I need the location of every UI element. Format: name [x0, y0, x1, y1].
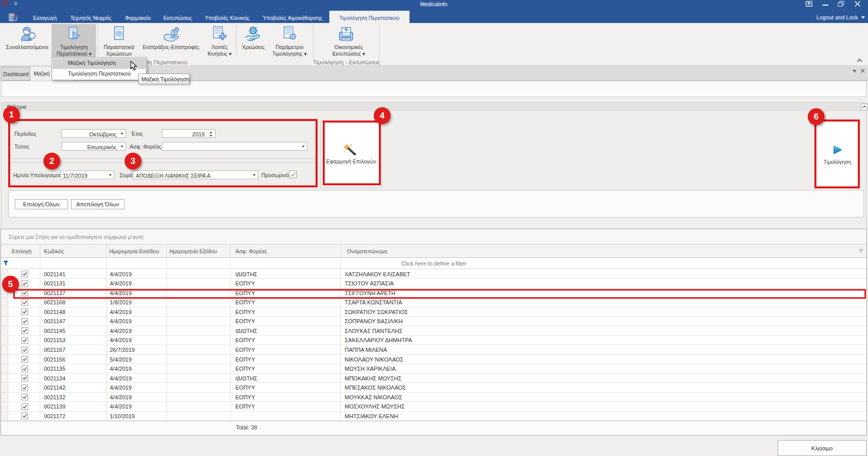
svg-text:1: 1: [173, 30, 176, 36]
